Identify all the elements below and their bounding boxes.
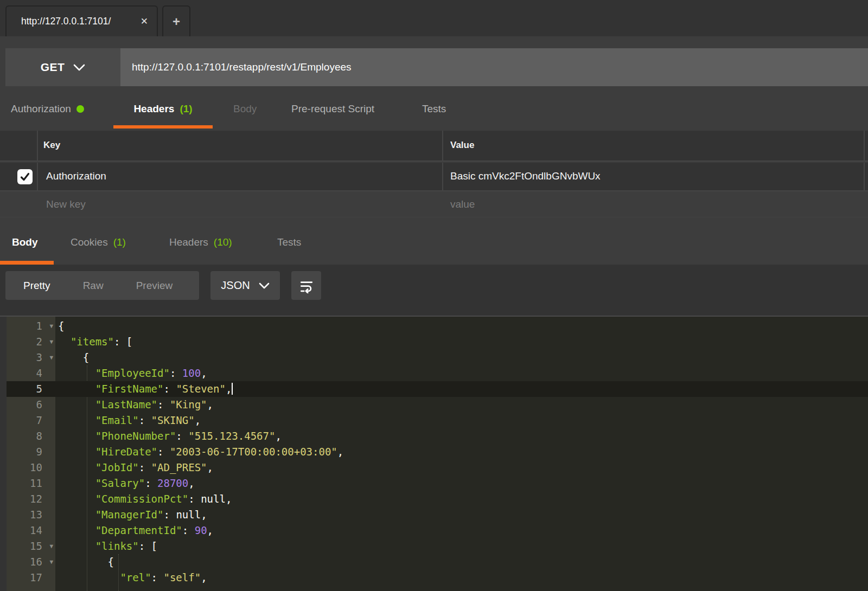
code-line[interactable]: 1▼{ — [7, 318, 868, 334]
code-lines: 1▼{2▼ "items": [3▼ {4 "EmployeeId": 100,… — [7, 318, 868, 586]
response-tab-cookies[interactable]: Cookies (1) — [71, 224, 126, 261]
view-mode-group: Pretty Raw Preview — [5, 271, 199, 300]
response-body-panel: 1▼{2▼ "items": [3▼ {4 "EmployeeId": 100,… — [0, 316, 868, 591]
tab-pre-request-script[interactable]: Pre-request Script — [291, 87, 374, 131]
line-number: 1▼ — [7, 318, 55, 334]
code-line[interactable]: 2▼ "items": [ — [7, 334, 868, 350]
headers-table-header: Key Value — [0, 131, 868, 162]
code-text: { — [55, 350, 89, 365]
tab-authorization[interactable]: Authorization — [11, 87, 84, 131]
response-tab-body-label: Body — [12, 236, 38, 248]
fold-triangle-icon[interactable]: ▼ — [49, 538, 53, 554]
request-tab-title: http://127.0.0.1:7101/ — [21, 16, 135, 27]
code-line[interactable]: 10 "JobId": "AD_PRES", — [7, 460, 868, 476]
code-line[interactable]: 11 "Salary": 28700, — [7, 476, 868, 491]
line-number: 12 — [7, 491, 55, 507]
line-number: 9 — [7, 444, 55, 460]
checkmark-icon — [20, 172, 30, 182]
code-line[interactable]: 5 "FirstName": "Steven", — [7, 381, 868, 397]
code-line[interactable]: 12 "CommissionPct": null, — [7, 491, 868, 507]
code-editor[interactable]: 1▼{2▼ "items": [3▼ {4 "EmployeeId": 100,… — [7, 317, 868, 591]
text-cursor — [232, 383, 233, 395]
active-tab-underline — [113, 125, 213, 129]
method-label: GET — [41, 61, 65, 74]
new-tab-button[interactable]: + — [162, 5, 190, 36]
code-line[interactable]: 7 "Email": "SKING", — [7, 413, 868, 428]
code-text: "CommissionPct": null, — [55, 491, 232, 507]
tab-tests[interactable]: Tests — [422, 87, 446, 131]
window-tab-bar: http://127.0.0.1:7101/ ✕ + — [0, 0, 868, 36]
code-line[interactable]: 17 "rel": "self", — [7, 570, 868, 586]
line-number: 10 — [7, 460, 55, 476]
url-text: http://127.0.0.1:7101/restapp/rest/v1/Em… — [132, 61, 352, 73]
fold-triangle-icon[interactable]: ▼ — [49, 350, 53, 365]
headers-table: Key Value Authorization Basic cmVkc2FtOn… — [0, 131, 868, 217]
column-key: Key — [43, 140, 60, 151]
line-number: 13 — [7, 507, 55, 523]
response-tab-headers-label: Headers — [169, 236, 208, 248]
response-tab-tests[interactable]: Tests — [277, 224, 301, 261]
response-tab-cookies-count: (1) — [113, 236, 126, 248]
url-input[interactable]: http://127.0.0.1:7101/restapp/rest/v1/Em… — [120, 48, 868, 86]
response-tab-body[interactable]: Body — [12, 224, 38, 261]
line-number: 3▼ — [7, 350, 55, 365]
code-text: { — [55, 318, 64, 334]
header-value-input[interactable]: Basic cmVkc2FtOndlbGNvbWUx — [450, 170, 601, 182]
line-number: 16▼ — [7, 554, 55, 570]
tab-body-label: Body — [233, 103, 257, 115]
code-text: "HireDate": "2003-06-17T00:00:00+03:00", — [55, 444, 343, 460]
fold-triangle-icon[interactable]: ▼ — [49, 554, 53, 570]
code-text: "links": [ — [55, 538, 157, 554]
line-number: 6 — [7, 397, 55, 413]
code-line[interactable]: 8 "PhoneNumber": "515.123.4567", — [7, 428, 868, 444]
mode-raw-button[interactable]: Raw — [67, 280, 120, 292]
format-dropdown[interactable]: JSON — [210, 271, 280, 300]
code-text: "JobId": "AD_PRES", — [55, 460, 213, 476]
code-line[interactable]: 6 "LastName": "King", — [7, 397, 868, 413]
code-text: "LastName": "King", — [55, 397, 213, 413]
code-line[interactable]: 14 "DepartmentId": 90, — [7, 523, 868, 538]
row-checkbox[interactable] — [17, 169, 33, 184]
code-text: "EmployeeId": 100, — [55, 365, 207, 381]
column-value: Value — [450, 140, 474, 151]
plus-icon: + — [173, 14, 180, 29]
code-line[interactable]: 4 "EmployeeId": 100, — [7, 365, 868, 381]
close-tab-icon[interactable]: ✕ — [141, 16, 148, 27]
new-header-row: New key value — [0, 192, 868, 217]
response-tab-tests-label: Tests — [277, 236, 301, 248]
code-text: "PhoneNumber": "515.123.4567", — [55, 428, 282, 444]
active-response-tab-underline — [0, 261, 54, 265]
code-line[interactable]: 15▼ "links": [ — [7, 538, 868, 554]
fold-triangle-icon[interactable]: ▼ — [49, 318, 53, 334]
fold-triangle-icon[interactable]: ▼ — [49, 334, 53, 350]
code-line[interactable]: 16▼ { — [7, 554, 868, 570]
chevron-down-icon — [73, 64, 85, 71]
tab-body[interactable]: Body — [233, 87, 257, 131]
tab-pre-request-script-label: Pre-request Script — [291, 103, 374, 115]
response-tab-headers[interactable]: Headers (10) — [169, 224, 232, 261]
code-line[interactable]: 9 "HireDate": "2003-06-17T00:00:00+03:00… — [7, 444, 868, 460]
method-dropdown[interactable]: GET — [5, 48, 120, 86]
word-wrap-button[interactable] — [291, 271, 321, 300]
code-text: "ManagerId": null, — [55, 507, 207, 523]
mode-pretty-button[interactable]: Pretty — [5, 280, 67, 292]
format-label: JSON — [221, 279, 250, 292]
response-toolbar: Pretty Raw Preview JSON — [0, 265, 868, 316]
line-number: 8 — [7, 428, 55, 444]
code-text: "rel": "self", — [55, 570, 207, 586]
new-value-input[interactable]: value — [450, 198, 475, 210]
mode-preview-button[interactable]: Preview — [120, 280, 189, 292]
code-text: "Salary": 28700, — [55, 476, 195, 491]
word-wrap-icon — [298, 278, 315, 293]
line-number: 5 — [7, 381, 55, 397]
tab-headers[interactable]: Headers (1) — [113, 87, 213, 131]
request-tab[interactable]: http://127.0.0.1:7101/ ✕ — [5, 5, 158, 36]
header-key-input[interactable]: Authorization — [46, 170, 106, 182]
code-line[interactable]: 3▼ { — [7, 350, 868, 365]
request-tabs: Authorization Headers (1) Body Pre-reque… — [0, 87, 868, 131]
code-text: "Email": "SKING", — [55, 413, 201, 428]
line-number: 11 — [7, 476, 55, 491]
new-key-input[interactable]: New key — [46, 198, 86, 210]
code-line[interactable]: 13 "ManagerId": null, — [7, 507, 868, 523]
tab-headers-label: Headers — [133, 103, 174, 115]
